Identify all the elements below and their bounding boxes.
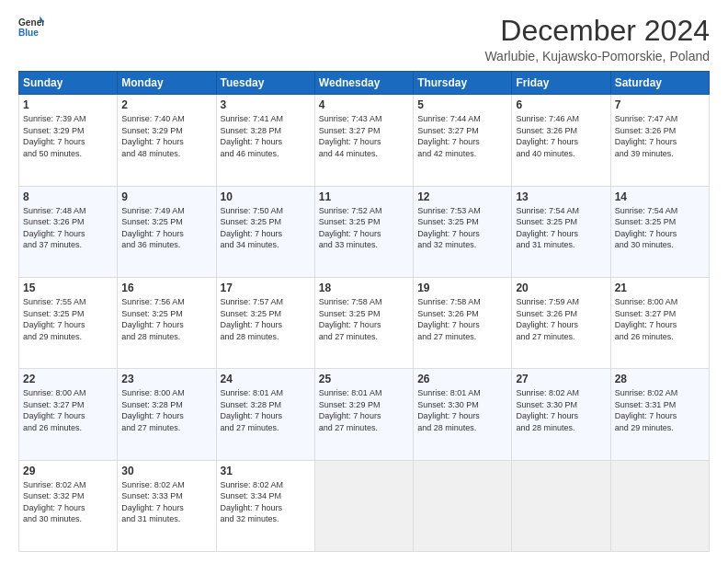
day-info: Sunrise: 8:01 AM Sunset: 3:30 PM Dayligh…	[417, 387, 507, 433]
day-number: 22	[23, 373, 113, 385]
day-info: Sunrise: 7:57 AM Sunset: 3:25 PM Dayligh…	[221, 296, 311, 342]
day-number: 5	[417, 98, 507, 111]
calendar-cell: 31Sunrise: 8:02 AM Sunset: 3:34 PM Dayli…	[216, 460, 314, 551]
day-number: 9	[121, 190, 211, 203]
logo: General Blue	[18, 15, 44, 40]
week-row-2: 8Sunrise: 7:48 AM Sunset: 3:26 PM Daylig…	[19, 186, 710, 277]
day-number: 11	[319, 190, 409, 203]
day-number: 30	[121, 465, 211, 477]
page: General Blue December 2024 Warlubie, Kuj…	[0, 0, 728, 563]
week-row-3: 15Sunrise: 7:55 AM Sunset: 3:25 PM Dayli…	[19, 277, 710, 368]
day-info: Sunrise: 8:01 AM Sunset: 3:29 PM Dayligh…	[319, 387, 409, 433]
calendar-cell: 17Sunrise: 7:57 AM Sunset: 3:25 PM Dayli…	[216, 277, 314, 368]
day-info: Sunrise: 7:54 AM Sunset: 3:25 PM Dayligh…	[615, 205, 705, 251]
calendar-cell: 13Sunrise: 7:54 AM Sunset: 3:25 PM Dayli…	[512, 186, 610, 277]
day-number: 21	[615, 282, 705, 294]
calendar-cell: 5Sunrise: 7:44 AM Sunset: 3:27 PM Daylig…	[414, 95, 512, 186]
subtitle: Warlubie, Kujawsko-Pomorskie, Poland	[484, 49, 710, 63]
day-info: Sunrise: 7:39 AM Sunset: 3:29 PM Dayligh…	[23, 113, 113, 159]
day-info: Sunrise: 7:47 AM Sunset: 3:26 PM Dayligh…	[615, 113, 705, 159]
day-number: 12	[417, 190, 507, 203]
calendar-table: Sunday Monday Tuesday Wednesday Thursday…	[18, 71, 710, 552]
calendar-cell: 8Sunrise: 7:48 AM Sunset: 3:26 PM Daylig…	[19, 186, 118, 277]
logo-icon: General Blue	[18, 15, 44, 40]
day-info: Sunrise: 7:41 AM Sunset: 3:28 PM Dayligh…	[221, 113, 311, 159]
day-info: Sunrise: 7:54 AM Sunset: 3:25 PM Dayligh…	[516, 205, 606, 251]
calendar-cell: 19Sunrise: 7:58 AM Sunset: 3:26 PM Dayli…	[414, 277, 512, 368]
header: General Blue December 2024 Warlubie, Kuj…	[18, 15, 710, 63]
day-info: Sunrise: 8:02 AM Sunset: 3:31 PM Dayligh…	[615, 387, 705, 433]
calendar-cell: 1Sunrise: 7:39 AM Sunset: 3:29 PM Daylig…	[19, 95, 118, 186]
calendar-cell: 20Sunrise: 7:59 AM Sunset: 3:26 PM Dayli…	[512, 277, 610, 368]
day-info: Sunrise: 8:00 AM Sunset: 3:28 PM Dayligh…	[121, 387, 211, 433]
calendar-cell: 28Sunrise: 8:02 AM Sunset: 3:31 PM Dayli…	[610, 369, 709, 460]
week-row-1: 1Sunrise: 7:39 AM Sunset: 3:29 PM Daylig…	[19, 95, 710, 186]
calendar-cell	[610, 460, 709, 551]
day-info: Sunrise: 7:55 AM Sunset: 3:25 PM Dayligh…	[23, 296, 113, 342]
col-sunday: Sunday	[19, 72, 118, 95]
calendar-cell: 2Sunrise: 7:40 AM Sunset: 3:29 PM Daylig…	[118, 95, 216, 186]
calendar-header-row: Sunday Monday Tuesday Wednesday Thursday…	[19, 72, 710, 95]
day-number: 23	[121, 373, 211, 385]
col-tuesday: Tuesday	[216, 72, 314, 95]
calendar-cell	[512, 460, 610, 551]
calendar-cell: 6Sunrise: 7:46 AM Sunset: 3:26 PM Daylig…	[512, 95, 610, 186]
day-number: 14	[615, 190, 705, 203]
day-number: 1	[23, 98, 113, 111]
day-info: Sunrise: 7:40 AM Sunset: 3:29 PM Dayligh…	[121, 113, 211, 159]
day-info: Sunrise: 7:56 AM Sunset: 3:25 PM Dayligh…	[121, 296, 211, 342]
day-info: Sunrise: 8:02 AM Sunset: 3:33 PM Dayligh…	[121, 479, 211, 525]
day-number: 10	[221, 190, 311, 203]
day-number: 3	[221, 98, 311, 111]
day-info: Sunrise: 7:59 AM Sunset: 3:26 PM Dayligh…	[516, 296, 606, 342]
calendar-cell: 4Sunrise: 7:43 AM Sunset: 3:27 PM Daylig…	[314, 95, 413, 186]
day-info: Sunrise: 7:48 AM Sunset: 3:26 PM Dayligh…	[23, 205, 113, 251]
day-info: Sunrise: 8:02 AM Sunset: 3:34 PM Dayligh…	[221, 479, 311, 525]
day-info: Sunrise: 7:44 AM Sunset: 3:27 PM Dayligh…	[417, 113, 507, 159]
calendar-cell: 24Sunrise: 8:01 AM Sunset: 3:28 PM Dayli…	[216, 369, 314, 460]
day-number: 7	[615, 98, 705, 111]
day-info: Sunrise: 7:53 AM Sunset: 3:25 PM Dayligh…	[417, 205, 507, 251]
week-row-4: 22Sunrise: 8:00 AM Sunset: 3:27 PM Dayli…	[19, 369, 710, 460]
calendar-cell: 22Sunrise: 8:00 AM Sunset: 3:27 PM Dayli…	[19, 369, 118, 460]
day-info: Sunrise: 7:46 AM Sunset: 3:26 PM Dayligh…	[516, 113, 606, 159]
title-block: December 2024 Warlubie, Kujawsko-Pomorsk…	[484, 15, 710, 63]
calendar-cell: 3Sunrise: 7:41 AM Sunset: 3:28 PM Daylig…	[216, 95, 314, 186]
day-number: 27	[516, 373, 606, 385]
calendar-cell: 16Sunrise: 7:56 AM Sunset: 3:25 PM Dayli…	[118, 277, 216, 368]
day-number: 25	[319, 373, 409, 385]
day-number: 17	[221, 282, 311, 294]
calendar-cell: 10Sunrise: 7:50 AM Sunset: 3:25 PM Dayli…	[216, 186, 314, 277]
calendar-cell: 29Sunrise: 8:02 AM Sunset: 3:32 PM Dayli…	[19, 460, 118, 551]
calendar-cell: 7Sunrise: 7:47 AM Sunset: 3:26 PM Daylig…	[610, 95, 709, 186]
col-saturday: Saturday	[610, 72, 709, 95]
calendar-cell: 14Sunrise: 7:54 AM Sunset: 3:25 PM Dayli…	[610, 186, 709, 277]
day-number: 31	[221, 465, 311, 477]
day-info: Sunrise: 8:02 AM Sunset: 3:30 PM Dayligh…	[516, 387, 606, 433]
day-info: Sunrise: 7:58 AM Sunset: 3:26 PM Dayligh…	[417, 296, 507, 342]
calendar-cell: 12Sunrise: 7:53 AM Sunset: 3:25 PM Dayli…	[414, 186, 512, 277]
day-info: Sunrise: 8:02 AM Sunset: 3:32 PM Dayligh…	[23, 479, 113, 525]
day-number: 15	[23, 282, 113, 294]
day-number: 6	[516, 98, 606, 111]
day-info: Sunrise: 7:43 AM Sunset: 3:27 PM Dayligh…	[319, 113, 409, 159]
day-info: Sunrise: 8:00 AM Sunset: 3:27 PM Dayligh…	[615, 296, 705, 342]
day-number: 4	[319, 98, 409, 111]
col-thursday: Thursday	[414, 72, 512, 95]
day-number: 16	[121, 282, 211, 294]
calendar-cell: 27Sunrise: 8:02 AM Sunset: 3:30 PM Dayli…	[512, 369, 610, 460]
day-info: Sunrise: 7:50 AM Sunset: 3:25 PM Dayligh…	[221, 205, 311, 251]
calendar-cell	[414, 460, 512, 551]
day-number: 24	[221, 373, 311, 385]
day-info: Sunrise: 7:52 AM Sunset: 3:25 PM Dayligh…	[319, 205, 409, 251]
calendar-cell	[314, 460, 413, 551]
week-row-5: 29Sunrise: 8:02 AM Sunset: 3:32 PM Dayli…	[19, 460, 710, 551]
main-title: December 2024	[484, 15, 710, 47]
day-number: 18	[319, 282, 409, 294]
day-number: 20	[516, 282, 606, 294]
calendar-cell: 26Sunrise: 8:01 AM Sunset: 3:30 PM Dayli…	[414, 369, 512, 460]
day-number: 29	[23, 465, 113, 477]
calendar-cell: 18Sunrise: 7:58 AM Sunset: 3:25 PM Dayli…	[314, 277, 413, 368]
svg-text:Blue: Blue	[18, 28, 39, 38]
calendar-cell: 15Sunrise: 7:55 AM Sunset: 3:25 PM Dayli…	[19, 277, 118, 368]
